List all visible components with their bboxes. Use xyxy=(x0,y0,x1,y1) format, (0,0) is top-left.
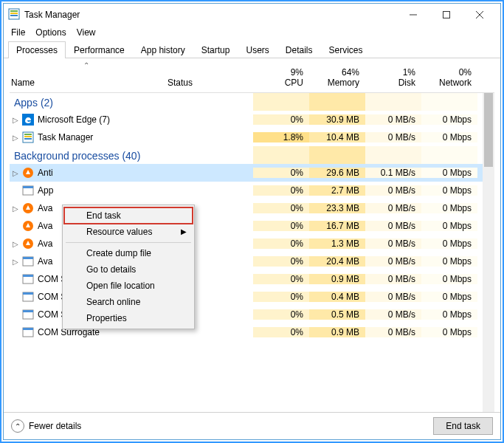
tab-users[interactable]: Users xyxy=(238,41,277,58)
column-headers: ⌃ Name Status 9% CPU 64% Memory 1% Disk … xyxy=(10,63,494,93)
ctx-open-location[interactable]: Open file location xyxy=(64,278,193,294)
tab-startup[interactable]: Startup xyxy=(193,41,238,58)
process-icon xyxy=(21,291,35,303)
menu-view[interactable]: View xyxy=(77,27,96,38)
window-title: Task Manager xyxy=(24,10,80,20)
net-cell: 0 Mbps xyxy=(421,203,477,213)
process-icon xyxy=(21,131,35,143)
col-cpu[interactable]: 9% CPU xyxy=(253,67,309,88)
disk-cell: 0.1 MB/s xyxy=(365,168,421,178)
col-memory[interactable]: 64% Memory xyxy=(309,67,365,88)
svg-rect-22 xyxy=(23,275,33,277)
svg-rect-15 xyxy=(23,186,33,188)
group-header: Apps(2) xyxy=(10,93,253,113)
tab-details[interactable]: Details xyxy=(277,41,321,58)
disk-cell: 0 MB/s xyxy=(365,238,421,249)
net-cell: 0 Mbps xyxy=(421,221,477,231)
process-row[interactable]: ▷ Microsoft Edge (7) 0% 30.9 MB 0 MB/s 0… xyxy=(10,111,494,128)
scrollbar-thumb[interactable] xyxy=(484,93,493,167)
process-icon xyxy=(21,220,35,232)
svg-rect-20 xyxy=(23,257,33,259)
cpu-cell: 0% xyxy=(253,292,309,302)
ctx-search-online[interactable]: Search online xyxy=(64,294,193,310)
tab-services[interactable]: Services xyxy=(321,41,371,58)
menu-options[interactable]: Options xyxy=(35,27,66,38)
ctx-go-details[interactable]: Go to details xyxy=(64,261,193,278)
menu-file[interactable]: File xyxy=(11,27,25,38)
svg-rect-10 xyxy=(24,134,32,135)
close-button[interactable] xyxy=(463,4,496,26)
col-status[interactable]: Status xyxy=(168,67,253,88)
tabs: Processes Performance App history Startu… xyxy=(4,41,500,58)
expand-icon[interactable]: ▷ xyxy=(10,134,21,142)
svg-rect-24 xyxy=(23,292,33,295)
ctx-resource-values[interactable]: Resource values ▶ xyxy=(64,224,193,240)
process-icon xyxy=(21,238,35,250)
col-network[interactable]: 0% Network xyxy=(421,67,477,88)
chevron-right-icon: ▶ xyxy=(181,227,187,236)
cpu-cell: 0% xyxy=(253,185,309,196)
expand-icon[interactable]: ▷ xyxy=(10,116,21,124)
context-menu: End task Resource values ▶ Create dump f… xyxy=(62,205,195,329)
net-cell: 0 Mbps xyxy=(421,327,477,337)
maximize-button[interactable] xyxy=(429,4,463,26)
mem-cell: 16.7 MB xyxy=(309,221,365,231)
cpu-cell: 0% xyxy=(253,274,309,284)
process-name: Anti xyxy=(38,168,175,178)
process-icon xyxy=(21,202,35,214)
minimize-button[interactable] xyxy=(396,4,429,26)
mem-cell: 1.3 MB xyxy=(309,238,365,249)
expand-icon[interactable]: ▷ xyxy=(10,169,21,177)
disk-cell: 0 MB/s xyxy=(365,256,421,267)
process-icon xyxy=(21,114,35,126)
process-icon xyxy=(21,273,35,285)
mem-cell: 0.9 MB xyxy=(309,274,365,284)
col-disk[interactable]: 1% Disk xyxy=(365,67,421,88)
expand-icon[interactable]: ▷ xyxy=(10,240,21,248)
net-cell: 0 Mbps xyxy=(421,132,477,142)
fewer-details-toggle[interactable]: ⌃ Fewer details xyxy=(11,419,81,433)
cpu-cell: 0% xyxy=(253,114,309,125)
disk-cell: 0 MB/s xyxy=(365,274,421,284)
mem-cell: 30.9 MB xyxy=(309,114,365,125)
net-cell: 0 Mbps xyxy=(421,238,477,249)
disk-cell: 0 MB/s xyxy=(365,185,421,196)
net-cell: 0 Mbps xyxy=(421,185,477,196)
process-row[interactable]: ▷ Anti 0% 29.6 MB 0.1 MB/s 0 Mbps xyxy=(10,164,494,182)
ctx-end-task[interactable]: End task xyxy=(64,207,193,224)
svg-rect-2 xyxy=(10,13,18,14)
group-header: Background processes(40) xyxy=(10,144,253,166)
app-icon xyxy=(8,8,20,22)
cpu-cell: 1.8% xyxy=(253,132,309,142)
col-name[interactable]: Name xyxy=(10,67,168,88)
cpu-cell: 0% xyxy=(253,221,309,231)
ctx-create-dump[interactable]: Create dump file xyxy=(64,245,193,261)
process-icon xyxy=(21,326,35,338)
mem-cell: 20.4 MB xyxy=(309,256,365,267)
scrollbar[interactable] xyxy=(483,93,494,412)
end-task-button[interactable]: End task xyxy=(433,417,493,435)
disk-cell: 0 MB/s xyxy=(365,114,421,125)
cpu-cell: 0% xyxy=(253,256,309,267)
process-icon xyxy=(21,309,35,320)
mem-cell: 29.6 MB xyxy=(309,168,365,178)
process-name: Microsoft Edge (7) xyxy=(38,114,175,125)
expand-icon[interactable]: ▷ xyxy=(10,258,21,266)
sort-indicator-icon: ⌃ xyxy=(83,61,89,69)
net-cell: 0 Mbps xyxy=(421,256,477,267)
svg-rect-5 xyxy=(443,12,449,18)
ctx-properties[interactable]: Properties xyxy=(64,310,193,326)
footer: ⌃ Fewer details End task xyxy=(4,412,500,439)
process-icon xyxy=(21,185,35,196)
expand-icon[interactable]: ▷ xyxy=(10,205,21,213)
process-row[interactable]: ▷ App 0% 2.7 MB 0 MB/s 0 Mbps xyxy=(10,182,494,199)
net-cell: 0 Mbps xyxy=(421,292,477,302)
tab-app-history[interactable]: App history xyxy=(133,41,193,58)
tab-performance[interactable]: Performance xyxy=(66,41,133,58)
mem-cell: 0.9 MB xyxy=(309,327,365,337)
cpu-cell: 0% xyxy=(253,327,309,337)
process-icon xyxy=(21,255,35,267)
tab-processes[interactable]: Processes xyxy=(8,41,66,58)
process-name: App xyxy=(38,185,175,196)
titlebar: Task Manager xyxy=(4,4,500,26)
